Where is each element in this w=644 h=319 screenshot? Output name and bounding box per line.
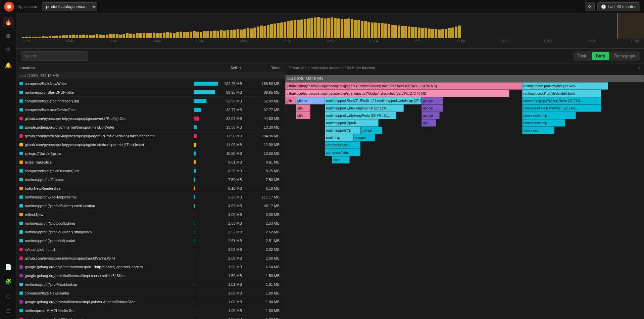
flame-block[interactable]: google bbox=[422, 104, 443, 112]
sidebar-icon-flame[interactable]: 🔥 bbox=[3, 17, 14, 28]
table-row[interactable]: compress/flate.(*compressor).init 52.99 … bbox=[17, 97, 285, 105]
col-header-location[interactable]: Location bbox=[17, 66, 191, 70]
timeline-bar-item bbox=[401, 26, 404, 38]
cell-total: 6.50 MB bbox=[245, 264, 285, 270]
flame-block[interactable]: runtime/pprof.profileWriter (23.64%,... bbox=[522, 82, 608, 90]
flame-block[interactable]: compre bbox=[353, 134, 375, 141]
table-row[interactable]: io/ioutil.glob..func1 2.02 MB 2.02 MB bbox=[17, 245, 285, 254]
cell-self: 22.02 MB bbox=[191, 116, 245, 122]
sidebar-icon-doc[interactable]: 📄 bbox=[3, 261, 14, 272]
flame-block[interactable]: gith bbox=[285, 97, 296, 104]
table-row[interactable]: runtime/pprof.writeHeapInternal 5.23 MB … bbox=[17, 193, 285, 201]
table-row[interactable]: google.golang.org/grpc/internal/transpor… bbox=[17, 123, 285, 132]
cell-self: 4.53 MB bbox=[191, 203, 245, 209]
sidebar-icon-github[interactable]: ⬡ bbox=[3, 291, 14, 302]
timeline-bar-item bbox=[89, 35, 92, 38]
table-row[interactable]: github.com/pyroscope-io/pyroscope/pkg/st… bbox=[17, 140, 285, 149]
table-row[interactable]: reflect.New 3.00 MB 3.00 MB bbox=[17, 210, 285, 219]
cell-self-bar-wrap bbox=[194, 213, 218, 217]
table-row[interactable]: runtime/pprof.(*profileBuilder).stringIn… bbox=[17, 228, 285, 236]
table-row[interactable]: compress/flate.NewReader 1.00 MB 1.00 MB bbox=[17, 289, 285, 298]
timeline-bar-item bbox=[25, 37, 28, 38]
flame-block[interactable]: github.com/pyroscope-io/pyroscope/pkg/ag… bbox=[285, 90, 509, 97]
timeline-bar-item bbox=[250, 29, 253, 38]
table-row[interactable]: net/textproto.MIMEHeader.Set 1.00 MB 1.0… bbox=[17, 306, 285, 315]
table-row[interactable]: compress/flate.newDeflateFast 32.77 MB 3… bbox=[17, 105, 285, 114]
flame-block[interactable]: gith str bbox=[296, 97, 325, 104]
flame-block[interactable]: gith bbox=[296, 104, 310, 112]
flame-block[interactable]: google bbox=[422, 97, 443, 104]
table-row[interactable]: bufio.NewReaderSize 6.18 MB 6.18 MB bbox=[17, 184, 285, 193]
table-row[interactable]: bytes.makeSlice 9.61 MB 9.61 MB bbox=[17, 158, 285, 167]
search-input[interactable] bbox=[21, 51, 88, 61]
flame-block[interactable]: compress/flate.NewWriter (22.71%,... bbox=[522, 104, 601, 112]
timeline-bar-item bbox=[143, 33, 145, 38]
cell-location: google.golang.org/protobuf/internal/impl… bbox=[17, 299, 191, 305]
col-header-total[interactable]: Total bbox=[245, 66, 285, 70]
table-row[interactable]: google.golang.org/grpc/internal/transpor… bbox=[17, 263, 285, 271]
table-row[interactable]: runtime/pprof.allFrames 7.50 MB 7.50 MB bbox=[17, 175, 285, 184]
table-row[interactable]: compress/flate.(*dictDecoder).init 8.25 … bbox=[17, 167, 285, 175]
flame-block[interactable]: runtime/pprof.(*profileBuilder).build bbox=[522, 90, 601, 97]
app-select[interactable]: productcatalogservice... bbox=[42, 2, 97, 11]
view-table-button[interactable]: Table bbox=[574, 52, 591, 60]
cell-self-value: 2.53 MB bbox=[220, 221, 242, 225]
view-flamegraph-button[interactable]: Flamegraph bbox=[610, 52, 639, 60]
table-row[interactable]: github.com/pyroscope-io/pyroscope/pkg/ut… bbox=[17, 254, 285, 263]
table-row[interactable]: runtime/pprof.(*protobuf).varint 2.51 MB… bbox=[17, 236, 285, 245]
total-row-header: total (100%, 432.15 MB) bbox=[17, 72, 285, 79]
sidebar-icon-menu[interactable]: ☰ bbox=[3, 306, 14, 316]
view-both-button[interactable]: Both bbox=[592, 52, 609, 60]
cell-self-bar bbox=[194, 300, 194, 304]
sidebar-icon-grid[interactable]: ⊞ bbox=[3, 44, 14, 54]
timeline-label: 12:48 bbox=[239, 39, 248, 43]
table-row[interactable]: github.com/pyroscope-io/pyroscope/pkg/co… bbox=[17, 114, 285, 123]
flame-block[interactable]: runtime/pprof.StartCPUProfile (21 runtim… bbox=[325, 97, 422, 104]
flame-block[interactable]: goo bbox=[422, 119, 436, 127]
flame-block[interactable]: compress/flate. bbox=[325, 149, 361, 156]
flame-block[interactable]: compress/comp bbox=[522, 112, 576, 119]
sidebar-icon-dashboard[interactable]: ▦ bbox=[3, 30, 14, 41]
table-row[interactable]: runtime/pprof.(*protobuf).string 2.53 MB… bbox=[17, 219, 285, 228]
table-row[interactable]: runtime/pprof.(*profileBuilder).emitLoca… bbox=[17, 201, 285, 210]
sidebar-icon-puzzle[interactable]: 🧩 bbox=[3, 276, 14, 287]
flame-block[interactable]: runtime/pprof.writeHeapInternal (27.11%,… bbox=[325, 104, 404, 112]
table-row[interactable]: runtime/pprof.(*profMap).lookup 1.01 MB … bbox=[17, 280, 285, 289]
table-row[interactable]: go.opencensus.io/tag.(*Map).upsert 1.00 … bbox=[17, 315, 285, 319]
flame-block[interactable]: github.com/pyroscope-io/pyroscope/pkg/ag… bbox=[285, 82, 522, 90]
flame-block[interactable]: compress bbox=[522, 127, 554, 134]
cell-location: compress/flate.(*dictDecoder).init bbox=[17, 168, 191, 174]
refresh-button[interactable]: ⟳ bbox=[585, 2, 595, 11]
sidebar-icon-bell[interactable]: 🔔 bbox=[3, 60, 14, 71]
table-row[interactable]: google.golang.org/protobuf/internal/impl… bbox=[17, 271, 285, 280]
time-range-button[interactable]: 🕐 Last 30 minutes bbox=[597, 2, 640, 11]
flame-block[interactable]: google bbox=[422, 112, 439, 119]
table-row[interactable]: google.golang.org/protobuf/internal/impl… bbox=[17, 298, 285, 306]
cell-location: google.golang.org/grpc/internal/transpor… bbox=[17, 264, 191, 270]
table-row[interactable]: runtime/pprof.StartCPUProfile 89.95 MB 8… bbox=[17, 88, 285, 97]
table-row[interactable]: github.com/pyroscope-io/pyroscope/pkg/ag… bbox=[17, 132, 285, 140]
flame-block[interactable]: runtime/pprof.(*p bbox=[325, 127, 361, 134]
sidebar: 🔥 ▦ ⊞ 🔔 📄 🧩 ⬡ ☰ bbox=[0, 13, 17, 319]
cell-self-value: 12.50 MB bbox=[220, 134, 242, 138]
cell-self-bar bbox=[194, 99, 206, 103]
flame-block[interactable]: compress/comp bbox=[522, 119, 565, 127]
table-row[interactable]: strings.(*Builder).grow 10.50 MB 10.50 M… bbox=[17, 149, 285, 158]
col-header-self[interactable]: Self ▼ bbox=[191, 66, 245, 70]
flame-block[interactable]: runtime/pprof.writeHeapProto (25.9%, 11.… bbox=[325, 112, 397, 119]
table-row[interactable]: compress/flate.NewWriter 102.25 MB 188.5… bbox=[17, 79, 285, 88]
flame-block[interactable]: compress/gzip.( bbox=[325, 141, 361, 149]
flamegraph-body[interactable]: total (100%, 432.15 MB)github.com/pyrosc… bbox=[285, 72, 644, 319]
flame-block[interactable]: total (100%, 432.15 MB) bbox=[285, 75, 644, 82]
flame-block[interactable]: runtime/p bbox=[325, 134, 354, 141]
cell-self: 2.53 MB bbox=[191, 220, 245, 226]
cell-self-value: 1.50 MB bbox=[220, 274, 242, 278]
flame-block[interactable]: compress/gzip.(*Writer).Write (22.71%,..… bbox=[522, 97, 601, 104]
flame-block[interactable]: com bbox=[332, 156, 350, 164]
table-body[interactable]: compress/flate.NewWriter 102.25 MB 188.5… bbox=[17, 79, 285, 319]
flamegraph-menu-icon[interactable]: ≡ bbox=[638, 66, 640, 70]
flame-block[interactable]: gith bbox=[296, 112, 310, 119]
flame-block[interactable]: runtime/pprof.(*profil... bbox=[325, 119, 379, 127]
flame-block[interactable]: compri bbox=[360, 127, 382, 134]
cell-self-value: 1.50 MB bbox=[220, 265, 242, 269]
